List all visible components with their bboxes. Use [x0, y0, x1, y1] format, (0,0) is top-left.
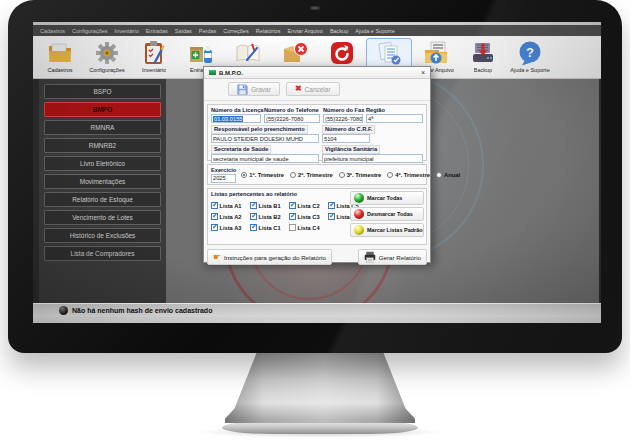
- sidebar-item-rmnra[interactable]: RMNRA: [44, 120, 161, 135]
- checkbox-lista-c1[interactable]: Lista C1: [250, 224, 289, 231]
- checkbox-lista-b2[interactable]: Lista B2: [250, 213, 289, 220]
- menu-entradas[interactable]: Entradas: [146, 28, 168, 34]
- health-dept-input[interactable]: secretaria municipal de saude: [211, 154, 319, 163]
- menu-inventario[interactable]: Inventário: [115, 28, 139, 34]
- printer-icon: [364, 251, 376, 263]
- checkbox-icon: [211, 202, 218, 209]
- menu-enviar-arquivo[interactable]: Enviar Arquivo: [287, 28, 322, 34]
- menu-ajuda[interactable]: Ajuda e Suporte: [355, 28, 394, 34]
- book-icon: [235, 40, 261, 66]
- undo-icon: [329, 40, 355, 66]
- checkbox-lista-a1[interactable]: Lista A1: [211, 202, 250, 209]
- lists-panel: Listas pertencentes ao relatório Lista A…: [207, 188, 427, 245]
- cancel-button[interactable]: ✖ Cancelar: [286, 82, 340, 96]
- pointing-hand-icon: ☛: [213, 253, 221, 262]
- toolbar-label: Cadastros: [47, 67, 72, 73]
- menubar: Cadastros Configurações Inventário Entra…: [33, 25, 601, 36]
- red-sphere-icon: [354, 209, 364, 219]
- menu-configuracoes[interactable]: Configurações: [72, 28, 107, 34]
- responsible-label: Responsável pelo preenchimento: [211, 125, 308, 134]
- dialog-titlebar[interactable]: B.M.P.O. ×: [204, 67, 430, 79]
- license-value: 01.03.0155: [213, 116, 243, 122]
- fax-label: Número do Fax: [323, 107, 363, 114]
- sidebar-item-bmpo[interactable]: BMPO: [44, 102, 161, 117]
- marcar-listas-padrao-button[interactable]: Marcar Listas Padrão: [350, 223, 424, 237]
- toolbar-inventario-button[interactable]: Inventário: [131, 38, 177, 78]
- toolbar-cadastros-button[interactable]: Cadastros: [37, 38, 83, 78]
- radio-trimestre-1[interactable]: 1º. Trimestre: [241, 172, 284, 178]
- marcar-todas-button[interactable]: Marcar Todas: [350, 191, 424, 205]
- page: Cadastros Configurações Inventário Entra…: [0, 0, 630, 440]
- webcam-icon: [310, 6, 320, 10]
- checkbox-label: Lista B1: [259, 203, 281, 209]
- menu-perdas[interactable]: Perdas: [199, 28, 216, 34]
- sidebar-item-lista-compradores[interactable]: Lista de Compradores: [44, 246, 161, 261]
- crf-input[interactable]: 5104: [322, 134, 370, 143]
- checkbox-lista-c3[interactable]: Lista C3: [289, 213, 328, 220]
- sidebar-item-rmnrb2[interactable]: RMNRB2: [44, 138, 161, 153]
- checkbox-lista-c2[interactable]: Lista C2: [289, 202, 328, 209]
- responsible-field: Responsável pelo preenchimento PAULO STE…: [211, 125, 319, 143]
- dialog-app-icon: [209, 70, 216, 75]
- radio-label: Anual: [444, 172, 460, 178]
- toolbar-label: Configurações: [89, 67, 124, 73]
- menu-backup[interactable]: Backup: [330, 28, 348, 34]
- sidebar-item-livro-eletronico[interactable]: Livro Eletrônico: [44, 156, 161, 171]
- license-input[interactable]: 01.03.0155: [211, 114, 261, 123]
- trimester-radios: 1º. Trimestre 2º. Trimestre 3º. Trimestr…: [241, 172, 460, 178]
- region-input[interactable]: 4ª: [366, 114, 423, 123]
- checkbox-lista-b1[interactable]: Lista B1: [250, 202, 289, 209]
- generate-report-label: Gerar Relatório: [379, 254, 421, 261]
- cancel-label: Cancelar: [305, 86, 331, 93]
- exercise-field: Exercício 2025: [211, 167, 236, 183]
- sanitary-input[interactable]: prefeitura municipal: [322, 154, 423, 163]
- menu-saidas[interactable]: Saídas: [175, 28, 192, 34]
- checkbox-icon: [250, 224, 257, 231]
- sidebar-item-historico-exclusoes[interactable]: Histórico de Exclusões: [44, 228, 161, 243]
- generate-report-button[interactable]: Gerar Relatório: [358, 249, 427, 265]
- window-bottom-strip: [33, 317, 601, 323]
- radio-trimestre-2[interactable]: 2º. Trimestre: [290, 172, 333, 178]
- responsible-input[interactable]: PAULO STEIDER DOLESKI MUHD: [211, 134, 319, 143]
- checkbox-lista-a2[interactable]: Lista A2: [211, 213, 250, 220]
- checkbox-label: Lista C2: [298, 203, 320, 209]
- menu-relatorios[interactable]: Relatórios: [256, 28, 281, 34]
- checkbox-lista-a3[interactable]: Lista A3: [211, 224, 250, 231]
- toolbar-configuracoes-button[interactable]: Configurações: [84, 38, 130, 78]
- save-button[interactable]: Gravar: [228, 82, 280, 96]
- toolbar-label: Inventário: [142, 67, 166, 73]
- health-dept-label: Secretaria de Saúde: [211, 145, 271, 154]
- radio-trimestre-3[interactable]: 3º. Trimestre: [339, 172, 382, 178]
- close-icon[interactable]: ×: [421, 69, 425, 76]
- checkbox-icon: [211, 213, 218, 220]
- region-field: Região 4ª: [366, 107, 423, 123]
- toolbar-ajuda-button[interactable]: ? Ajuda e Suporte: [507, 38, 553, 78]
- phone-input[interactable]: (55)3226-7080: [264, 114, 320, 123]
- fax-input[interactable]: (55)3226-7080: [323, 114, 363, 123]
- desmarcar-todas-button[interactable]: Desmarcar Todas: [350, 207, 424, 221]
- menu-cadastros[interactable]: Cadastros: [40, 28, 65, 34]
- sidebar-item-vencimento-lotes[interactable]: Vencimento de Lotes: [44, 210, 161, 225]
- status-sphere-icon: [59, 306, 68, 315]
- checkbox-label: Lista A3: [220, 225, 242, 231]
- checkbox-label: Lista B2: [259, 214, 281, 220]
- bmpo-dialog: B.M.P.O. × Gravar ✖ Cancelar: [203, 66, 431, 263]
- toolbar-backup-button[interactable]: Backup: [460, 38, 506, 78]
- radio-anual[interactable]: Anual: [436, 172, 460, 178]
- sidebar-item-movimentacoes[interactable]: Movimentações: [44, 174, 161, 189]
- checkbox-icon: [250, 213, 257, 220]
- green-sphere-icon: [354, 193, 364, 203]
- checkbox-lista-c4[interactable]: Lista C4: [289, 224, 328, 231]
- sidebar-item-relatorio-estoque[interactable]: Relatório de Estoque: [44, 192, 161, 207]
- radio-label: 1º. Trimestre: [249, 172, 284, 178]
- radio-icon: [339, 172, 345, 178]
- exercise-input[interactable]: 2025: [211, 174, 236, 183]
- instructions-button[interactable]: ☛ Instruções para geração do Relatório: [207, 249, 332, 265]
- radio-trimestre-4[interactable]: 4º. Trimestre: [387, 172, 430, 178]
- upload-folder-icon: [423, 40, 449, 66]
- crf-label: Número do C.R.F.: [322, 125, 375, 134]
- health-dept-field: Secretaria de Saúde secretaria municipal…: [211, 145, 319, 163]
- sidebar-item-bspo[interactable]: BSPO: [44, 84, 161, 99]
- checkbox-label: Lista C1: [259, 225, 281, 231]
- menu-correcoes[interactable]: Correções: [223, 28, 248, 34]
